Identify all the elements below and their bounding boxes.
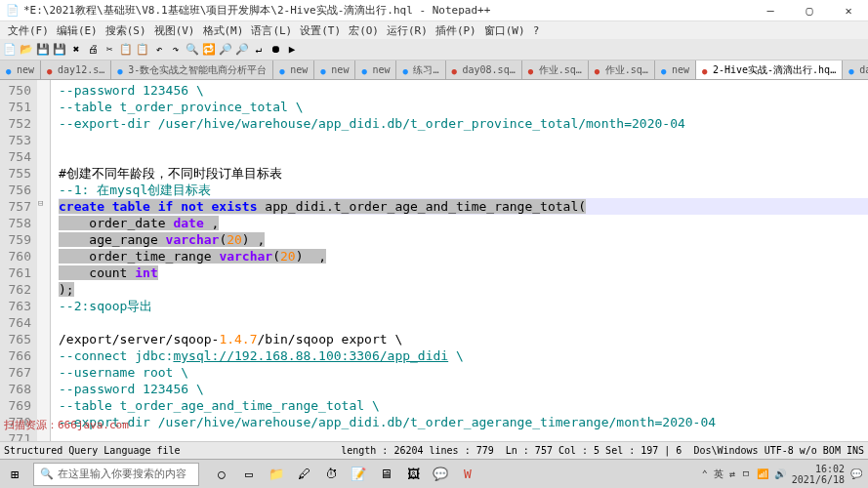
menu-file[interactable]: 文件(F) <box>4 23 53 38</box>
wps-icon[interactable]: W <box>455 462 480 487</box>
file-tab[interactable]: ●new <box>273 61 314 79</box>
app-icon[interactable]: 🖊 <box>291 462 316 487</box>
code-line <box>59 148 868 165</box>
taskview-icon[interactable]: ▭ <box>236 462 262 487</box>
file-tab[interactable]: ●day08.sq… <box>446 61 522 79</box>
tab-label: new <box>372 64 390 75</box>
new-file-icon[interactable]: 📄 <box>2 42 18 58</box>
tab-label: new <box>17 64 34 75</box>
file-tab[interactable]: ●作业.sq… <box>522 61 589 79</box>
tray-icon[interactable]: ⌃ <box>702 468 708 479</box>
maximize-button[interactable]: ▢ <box>790 0 829 21</box>
file-tab[interactable]: ●new <box>314 61 355 79</box>
menu-search[interactable]: 搜索(S) <box>102 23 150 38</box>
line-number: 764 <box>0 314 31 331</box>
print-icon[interactable]: 🖨 <box>85 42 101 58</box>
close-file-icon[interactable]: ✖ <box>68 42 84 58</box>
tab-label: new <box>672 64 689 75</box>
modified-dot-icon: ● <box>320 66 328 74</box>
replace-icon[interactable]: 🔁 <box>201 42 217 58</box>
menu-run[interactable]: 运行(R) <box>383 23 432 38</box>
tab-label: new <box>290 64 308 75</box>
menu-help[interactable]: ? <box>529 24 544 37</box>
record-icon[interactable]: ⏺ <box>268 42 283 58</box>
menu-view[interactable]: 视图(V) <box>150 23 199 38</box>
tab-label: day11.sq… <box>859 64 868 75</box>
play-icon[interactable]: ▶ <box>284 42 300 58</box>
taskbar-search[interactable]: 🔍 在这里输入你要搜索的内容 <box>33 463 199 486</box>
file-tab[interactable]: ●作业.sq… <box>589 61 655 79</box>
fold-margin: ⊟ <box>37 80 51 451</box>
zoom-in-icon[interactable]: 🔎 <box>218 42 233 58</box>
modified-dot-icon: ● <box>117 66 125 74</box>
clock[interactable]: 16:02 2021/6/18 <box>792 464 845 485</box>
code-line: --2:sqoop导出 <box>59 299 152 313</box>
open-file-icon[interactable]: 📂 <box>19 42 34 58</box>
toolbar: 📄 📂 💾 💾 ✖ 🖨 ✂ 📋 📋 ↶ ↷ 🔍 🔁 🔎 🔎 ↵ ⏺ ▶ <box>0 39 868 61</box>
code-line: --password 123456 \ <box>59 83 204 98</box>
save-icon[interactable]: 💾 <box>35 42 51 58</box>
volume-icon[interactable]: 🔊 <box>774 468 786 479</box>
line-number: 762 <box>0 281 31 298</box>
line-number: 754 <box>0 148 31 165</box>
start-button[interactable]: ⊞ <box>0 460 29 489</box>
notifications-icon[interactable]: 💬 <box>850 468 862 479</box>
copy-icon[interactable]: 📋 <box>118 42 134 58</box>
editor: 7507517527537547557567577587597607617627… <box>0 80 868 451</box>
undo-icon[interactable]: ↶ <box>151 42 167 58</box>
file-tab[interactable]: ●new <box>655 61 696 79</box>
paste-icon[interactable]: 📋 <box>135 42 150 58</box>
window-title: 📄 *E:\2021教程\基础班\V8.1基础班\项目开发脚本\2-Hive实战… <box>0 3 490 18</box>
app-icon[interactable]: ⏱ <box>318 462 344 487</box>
line-number: 757 <box>0 198 31 215</box>
wrap-icon[interactable]: ↵ <box>251 42 267 58</box>
menu-window[interactable]: 窗口(W) <box>480 23 529 38</box>
menu-edit[interactable]: 编辑(E) <box>53 23 102 38</box>
menu-language[interactable]: 语言(L) <box>247 23 296 38</box>
save-all-icon[interactable]: 💾 <box>52 42 67 58</box>
cut-icon[interactable]: ✂ <box>102 42 117 58</box>
file-tab[interactable]: ●练习… <box>396 61 445 79</box>
file-tab[interactable]: ●2-Hive实战-滴滴出行.hq… <box>696 61 843 79</box>
tab-label: 3-数仓实战之智能电商分析平台 <box>128 63 267 77</box>
modified-dot-icon: ● <box>361 66 369 74</box>
close-button[interactable]: ✕ <box>829 0 868 21</box>
explorer-icon[interactable]: 📁 <box>264 462 289 487</box>
code-area[interactable]: --password 123456 \ --table t_order_prov… <box>51 80 868 451</box>
title-text: *E:\2021教程\基础班\V8.1基础班\项目开发脚本\2-Hive实战-滴… <box>23 3 490 18</box>
menu-settings[interactable]: 设置(T) <box>296 23 345 38</box>
status-bar: Structured Query Language file length : … <box>0 441 868 459</box>
zoom-out-icon[interactable]: 🔎 <box>234 42 250 58</box>
fold-minus-icon[interactable]: ⊟ <box>38 198 43 208</box>
menu-plugins[interactable]: 插件(P) <box>432 23 480 38</box>
file-tab[interactable]: ●day11.sq… <box>843 61 868 79</box>
find-icon[interactable]: 🔍 <box>185 42 200 58</box>
tab-bar: ●new●day12.s…●3-数仓实战之智能电商分析平台●new●new●ne… <box>0 61 868 80</box>
line-number: 761 <box>0 264 31 281</box>
line-number: 765 <box>0 331 31 347</box>
minimize-button[interactable]: — <box>751 0 790 21</box>
line-number: 768 <box>0 381 31 397</box>
menu-macro[interactable]: 宏(O) <box>345 23 383 38</box>
status-encoding: Dos\Windows UTF-8 w/o BOM INS <box>693 445 864 456</box>
modified-dot-icon: ● <box>47 66 55 74</box>
status-length: length : 26204 lines : 779 <box>341 445 494 456</box>
vm-icon[interactable]: 🖥 <box>373 462 398 487</box>
system-tray: ⌃ 英 ⇄ ㅁ 📶 🔊 16:02 2021/6/18 💬 <box>702 464 868 485</box>
redo-icon[interactable]: ↷ <box>168 42 184 58</box>
line-number: 763 <box>0 298 31 314</box>
ime-indicator[interactable]: 英 ⇄ ㅁ <box>714 468 751 481</box>
search-icon: 🔍 <box>40 468 54 480</box>
wifi-icon[interactable]: 📶 <box>757 468 768 479</box>
tab-label: 2-Hive实战-滴滴出行.hq… <box>713 63 836 77</box>
cortana-icon[interactable]: ○ <box>209 462 234 487</box>
menu-format[interactable]: 格式(M) <box>199 23 248 38</box>
file-tab[interactable]: ●new <box>0 61 41 79</box>
notepadpp-icon[interactable]: 📝 <box>346 462 371 487</box>
file-tab[interactable]: ●3-数仓实战之智能电商分析平台 <box>111 61 273 79</box>
line-number: 766 <box>0 347 31 364</box>
app-icon[interactable]: 🖼 <box>400 462 426 487</box>
file-tab[interactable]: ●day12.s… <box>41 61 111 79</box>
app-icon[interactable]: 💬 <box>428 462 453 487</box>
file-tab[interactable]: ●new <box>355 61 396 79</box>
